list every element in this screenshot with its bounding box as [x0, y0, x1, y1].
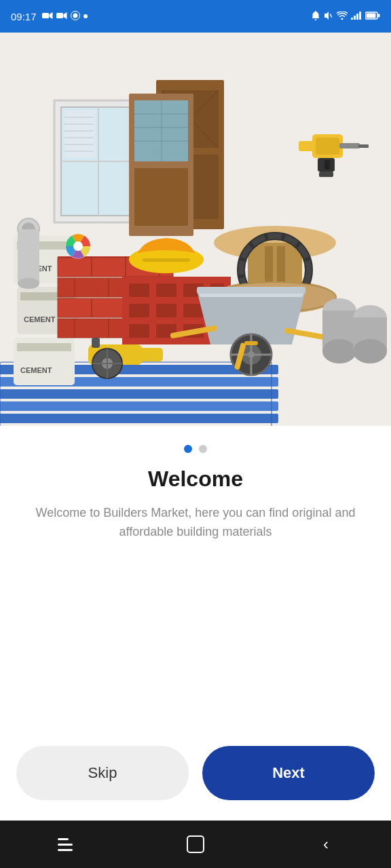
- svg-rect-117: [139, 348, 163, 361]
- text-content: Welcome Welcome to Builders Market, here…: [0, 467, 391, 542]
- mute-icon: [324, 11, 333, 22]
- svg-rect-8: [356, 14, 358, 20]
- status-bar-left: 09:17: [11, 11, 88, 22]
- hero-image-section: CEMENT CEMENT CEMENT: [0, 33, 391, 426]
- home-button[interactable]: [179, 827, 212, 861]
- svg-rect-101: [244, 341, 258, 345]
- svg-rect-27: [17, 343, 71, 351]
- svg-rect-79: [183, 304, 204, 317]
- svg-rect-11: [367, 13, 376, 18]
- svg-rect-16: [0, 389, 278, 399]
- svg-rect-78: [156, 304, 176, 317]
- main-content: CEMENT CEMENT CEMENT: [0, 33, 391, 821]
- svg-rect-47: [134, 168, 188, 226]
- svg-rect-12: [378, 14, 380, 17]
- status-bar-right: [311, 10, 380, 23]
- video-icon: [42, 12, 53, 22]
- dot-1[interactable]: [184, 445, 192, 453]
- svg-rect-92: [197, 287, 305, 294]
- status-icons: [42, 11, 88, 22]
- battery-icon: [365, 12, 380, 22]
- status-bar: 09:17: [0, 0, 391, 33]
- nav-bar: ‹: [0, 821, 391, 868]
- svg-rect-109: [324, 160, 330, 170]
- buttons-section: Skip Next: [0, 746, 391, 821]
- video2-icon: [56, 12, 67, 22]
- home-icon: [187, 835, 204, 853]
- svg-marker-3: [63, 12, 67, 19]
- svg-rect-122: [92, 338, 100, 348]
- svg-rect-80: [129, 324, 149, 338]
- construction-illustration: CEMENT CEMENT CEMENT: [0, 33, 391, 426]
- next-button[interactable]: Next: [202, 746, 375, 800]
- recents-icon: [58, 838, 73, 851]
- svg-rect-9: [359, 12, 361, 20]
- svg-point-128: [18, 278, 39, 289]
- status-time: 09:17: [11, 11, 37, 22]
- svg-rect-106: [358, 144, 369, 148]
- svg-rect-6: [351, 18, 353, 20]
- svg-line-5: [331, 14, 332, 17]
- page-dots: [0, 426, 391, 467]
- svg-rect-127: [18, 229, 39, 283]
- svg-rect-77: [129, 304, 149, 317]
- welcome-description: Welcome to Builders Market, here you can…: [20, 504, 371, 542]
- svg-text:CEMENT: CEMENT: [20, 366, 52, 374]
- svg-marker-1: [49, 12, 52, 19]
- back-button[interactable]: ‹: [309, 827, 343, 861]
- skip-button[interactable]: Skip: [16, 746, 189, 800]
- svg-rect-74: [156, 283, 176, 297]
- svg-rect-0: [42, 13, 49, 18]
- alarm-icon: [311, 10, 320, 23]
- welcome-title: Welcome: [20, 467, 371, 492]
- svg-rect-2: [56, 13, 63, 18]
- svg-rect-7: [354, 16, 356, 20]
- notification-dot: [83, 14, 88, 18]
- dot-2[interactable]: [199, 445, 207, 453]
- whatsapp-icon: [71, 11, 80, 22]
- construction-image: CEMENT CEMENT CEMENT: [0, 33, 391, 426]
- svg-rect-105: [339, 143, 360, 149]
- svg-rect-73: [129, 283, 149, 297]
- back-icon: ‹: [323, 835, 329, 854]
- wifi-icon: [337, 12, 348, 22]
- svg-point-124: [73, 241, 83, 251]
- svg-point-115: [353, 339, 387, 363]
- svg-rect-18: [0, 414, 278, 423]
- svg-rect-104: [299, 141, 316, 151]
- svg-rect-103: [316, 138, 339, 155]
- svg-text:CEMENT: CEMENT: [24, 315, 56, 323]
- signal-icon: [351, 12, 362, 22]
- spacer: [0, 542, 391, 746]
- recents-button[interactable]: [48, 827, 82, 861]
- svg-rect-71: [143, 258, 190, 262]
- svg-point-112: [322, 339, 356, 363]
- svg-rect-17: [0, 401, 278, 411]
- svg-rect-108: [319, 172, 333, 177]
